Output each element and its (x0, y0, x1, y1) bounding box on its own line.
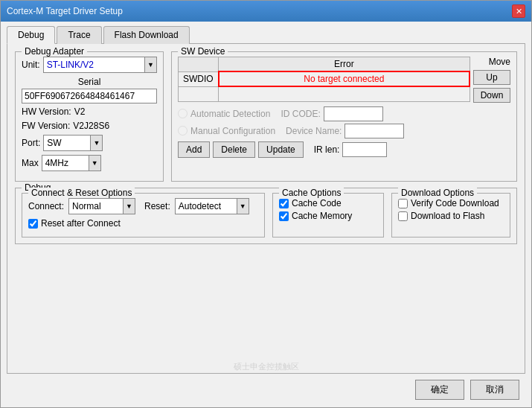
unit-dropdown[interactable]: ST-LINK/V2 ▼ (43, 57, 157, 73)
id-code-label: ID CODE: (281, 109, 320, 119)
download-to-flash-row: Download to Flash (398, 211, 504, 221)
reset-after-connect-row: Reset after Connect (28, 218, 258, 229)
swdio-col-header (179, 57, 219, 72)
tab-bar: Debug Trace Flash Download (7, 26, 525, 44)
device-name-input[interactable] (344, 124, 404, 138)
ok-button[interactable]: 确定 (415, 380, 464, 400)
max-label: Max (22, 158, 39, 168)
sw-table-wrapper: Error SWDIO No target connected (178, 57, 470, 158)
download-options-title: Download Options (398, 188, 477, 198)
verify-code-label: Verify Code Download (411, 198, 499, 208)
debug-section: Debug Connect & Reset Options Connect: N… (15, 188, 517, 244)
sw-device-group: SW Device Error (171, 51, 517, 182)
serial-label: Serial (22, 77, 157, 87)
debug-adapter-title: Debug Adapter (22, 46, 87, 57)
id-code-input[interactable] (324, 106, 383, 121)
sw-table: Error SWDIO No target connected (178, 57, 470, 102)
debug-inner: Connect & Reset Options Connect: Normal … (22, 193, 510, 238)
tab-debug[interactable]: Debug (7, 26, 55, 44)
manual-config-row: Manual Configuration Device Name: (178, 124, 470, 138)
table-row: SWDIO No target connected (179, 71, 470, 86)
auto-detect-radio[interactable] (178, 109, 188, 118)
fw-version-row: FW Version: V2J28S6 (22, 121, 157, 131)
port-arrow-icon[interactable]: ▼ (90, 136, 102, 150)
hw-version-label: HW Version: (22, 106, 71, 117)
manual-config-radio[interactable] (178, 126, 188, 136)
port-row: Port: SW ▼ (22, 135, 157, 151)
connect-reset-title: Connect & Reset Options (28, 188, 135, 198)
cache-code-checkbox[interactable] (279, 199, 289, 208)
port-dropdown[interactable]: SW ▼ (43, 135, 103, 151)
reset-dropdown[interactable]: Autodetect ▼ (175, 198, 249, 214)
ir-len-input[interactable] (342, 142, 387, 157)
connect-dropdown[interactable]: Normal ▼ (68, 198, 135, 214)
reset-label: Reset: (144, 201, 170, 211)
move-label: Move (489, 57, 510, 67)
title-bar: Cortex-M Target Driver Setup ✕ (1, 1, 531, 22)
debug-adapter-group: Debug Adapter Unit: ST-LINK/V2 ▼ Serial (15, 51, 164, 182)
table-row-empty (179, 86, 470, 101)
connect-reset-group: Connect & Reset Options Connect: Normal … (22, 193, 265, 238)
sw-device-title: SW Device (178, 46, 228, 57)
hw-version-value: V2 (74, 106, 86, 117)
error-col-header: Error (219, 57, 469, 72)
hw-version-row: HW Version: V2 (22, 106, 157, 117)
swdio-label-cell: SWDIO (179, 71, 219, 86)
cache-memory-row: Cache Memory (279, 211, 377, 221)
content-area: Debug Trace Flash Download Debug Adapter… (1, 22, 531, 407)
unit-row: Unit: ST-LINK/V2 ▼ (22, 57, 157, 73)
download-options-group: Download Options Verify Code Download Do… (391, 193, 510, 238)
unit-value: ST-LINK/V2 (44, 60, 144, 70)
max-row: Max 4MHz ▼ (22, 155, 157, 171)
cache-options-title: Cache Options (279, 188, 344, 198)
port-label: Port: (22, 138, 40, 148)
tab-trace[interactable]: Trace (57, 26, 101, 44)
connect-arrow-icon[interactable]: ▼ (123, 199, 135, 214)
fw-version-value: V2J28S6 (73, 121, 109, 131)
max-arrow-icon[interactable]: ▼ (89, 156, 100, 170)
connect-label: Connect: (28, 201, 64, 211)
delete-button[interactable]: Delete (213, 141, 255, 158)
serial-input[interactable] (22, 89, 157, 103)
cancel-button[interactable]: 取消 (470, 380, 519, 400)
move-buttons-area: Move Up Down (473, 57, 510, 103)
move-up-button[interactable]: Up (473, 70, 510, 85)
device-name-label: Device Name: (286, 126, 342, 136)
sw-inner: Error SWDIO No target connected (178, 57, 510, 158)
main-window: Cortex-M Target Driver Setup ✕ Debug Tra… (0, 0, 532, 408)
main-panel: Debug Adapter Unit: ST-LINK/V2 ▼ Serial (7, 43, 525, 374)
add-button[interactable]: Add (178, 141, 210, 158)
cache-code-row: Cache Code (279, 198, 377, 208)
window-title: Cortex-M Target Driver Setup (7, 6, 123, 16)
connect-value: Normal (69, 201, 123, 211)
cache-code-label: Cache Code (292, 198, 342, 208)
max-dropdown[interactable]: 4MHz ▼ (42, 155, 101, 171)
no-target-cell: No target connected (219, 71, 469, 86)
download-to-flash-label: Download to Flash (411, 211, 484, 221)
cache-memory-checkbox[interactable] (279, 211, 289, 221)
verify-code-row: Verify Code Download (398, 198, 504, 208)
serial-section: Serial (22, 77, 157, 103)
move-down-button[interactable]: Down (473, 88, 510, 103)
reset-value: Autodetect (176, 201, 237, 211)
top-row: Debug Adapter Unit: ST-LINK/V2 ▼ Serial (15, 51, 517, 182)
reset-after-connect-checkbox[interactable] (28, 219, 38, 229)
fw-version-label: FW Version: (22, 121, 70, 131)
connect-row: Connect: Normal ▼ Reset: Autodetect ▼ (28, 198, 258, 214)
reset-arrow-icon[interactable]: ▼ (237, 199, 249, 214)
tab-flash-download[interactable]: Flash Download (103, 26, 190, 44)
cache-memory-label: Cache Memory (292, 211, 352, 221)
auto-detect-row: Automatic Detection ID CODE: (178, 106, 470, 121)
port-value: SW (44, 138, 90, 148)
footer: 确定 取消 (7, 374, 525, 403)
unit-label: Unit: (22, 60, 40, 70)
cache-options-group: Cache Options Cache Code Cache Memory (272, 193, 384, 238)
max-value: 4MHz (42, 158, 89, 168)
download-to-flash-checkbox[interactable] (398, 211, 408, 221)
update-button[interactable]: Update (258, 141, 304, 158)
close-button[interactable]: ✕ (512, 4, 525, 18)
unit-arrow-icon[interactable]: ▼ (144, 57, 156, 72)
reset-after-connect-label: Reset after Connect (41, 218, 121, 229)
verify-code-checkbox[interactable] (398, 199, 408, 208)
ir-len-label: IR len: (314, 144, 340, 155)
